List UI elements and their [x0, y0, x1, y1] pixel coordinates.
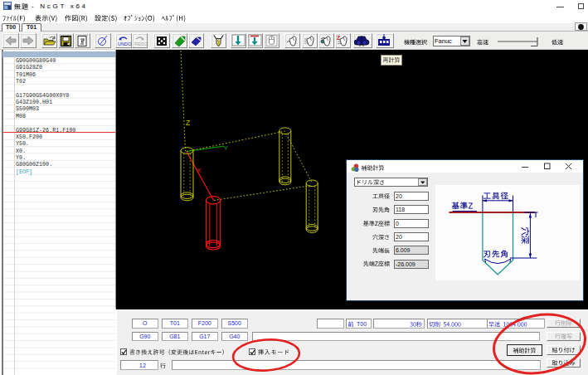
svg-text:UNDO: UNDO [118, 41, 131, 46]
svg-text:Y: Y [224, 144, 229, 152]
svg-text:X: X [197, 167, 202, 174]
svg-text:REDO: REDO [134, 41, 147, 46]
svg-text:Z: Z [186, 119, 190, 127]
